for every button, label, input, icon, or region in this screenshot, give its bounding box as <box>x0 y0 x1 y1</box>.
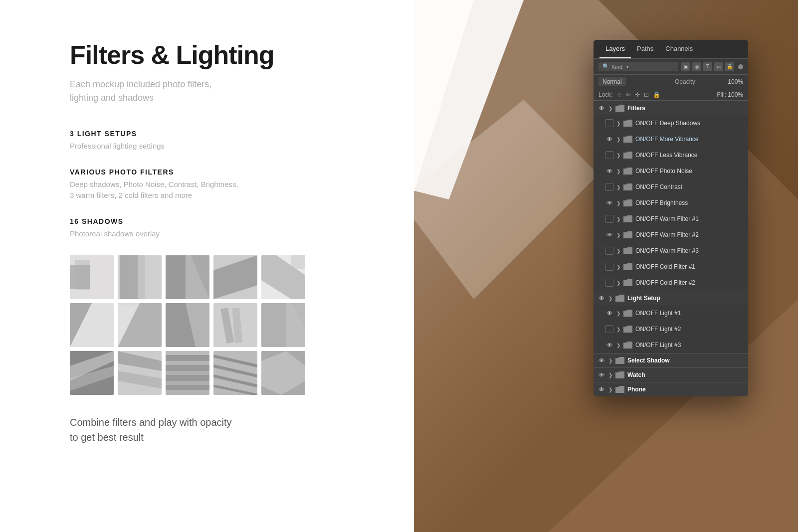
layer-name-less-vibrance: ON/OFF Less Vibrance <box>635 152 744 159</box>
shadow-thumb-13 <box>166 351 209 395</box>
blend-mode-dropdown[interactable]: Normal <box>598 77 626 86</box>
folder-light-3 <box>623 342 632 349</box>
checkbox-less-vibrance[interactable] <box>605 151 613 159</box>
checkbox-warm-1[interactable] <box>605 215 613 223</box>
eye-brightness[interactable]: 👁 <box>605 199 613 207</box>
main-title: Filters & Lighting <box>70 40 374 70</box>
layer-cold-1[interactable]: ❯ ON/OFF Cold Filter #1 <box>594 259 748 275</box>
feature-title-filters: VARIOUS PHOTO FILTERS <box>70 168 374 176</box>
layer-warm-3[interactable]: ❯ ON/OFF Warm Filter #3 <box>594 243 748 259</box>
svg-rect-42 <box>166 381 209 385</box>
chevron-less-vibrance: ❯ <box>616 153 620 158</box>
layer-brightness[interactable]: 👁 ❯ ON/OFF Brightness <box>594 195 748 211</box>
eye-light-setup[interactable]: 👁 <box>598 294 605 302</box>
layer-name-contrast: ON/OFF Contrast <box>635 183 744 190</box>
layer-light-1[interactable]: 👁 ❯ ON/OFF Light #1 <box>594 305 748 321</box>
lock-move-icon[interactable]: ⊹ <box>617 91 622 98</box>
lock-position-icon[interactable]: ✛ <box>635 91 640 98</box>
panel-tabs: Layers Paths Channels <box>594 40 748 59</box>
checkbox-light-2[interactable] <box>605 325 613 333</box>
chevron-phone: ❯ <box>608 387 612 392</box>
eye-warm-2[interactable]: 👁 <box>605 231 613 239</box>
tab-paths[interactable]: Paths <box>631 40 659 58</box>
chevron-contrast: ❯ <box>616 184 620 190</box>
shadow-thumb-14 <box>213 351 257 395</box>
checkbox-cold-1[interactable] <box>605 263 613 271</box>
layer-warm-1[interactable]: ❯ ON/OFF Warm Filter #1 <box>594 211 748 227</box>
folder-warm-3 <box>623 247 632 254</box>
group-select-shadow-header[interactable]: 👁 ❯ Select Shadow <box>594 353 748 367</box>
checkbox-contrast[interactable] <box>605 183 613 191</box>
svg-rect-23 <box>118 303 140 306</box>
eye-light-1[interactable]: 👁 <box>605 309 613 317</box>
feature-desc-filters: Deep shadows, Photo Noise, Contrast, Bri… <box>70 179 374 201</box>
shadow-thumb-12 <box>118 351 162 395</box>
filter-smart-icon[interactable]: 🔒 <box>725 62 734 71</box>
folder-light-setup <box>615 295 624 302</box>
layer-contrast[interactable]: ❯ ON/OFF Contrast <box>594 179 748 195</box>
layer-photo-noise[interactable]: 👁 ❯ ON/OFF Photo Noise <box>594 163 748 179</box>
eye-filters-icon[interactable]: 👁 <box>598 104 605 112</box>
checkbox-deep-shadows[interactable] <box>605 119 613 127</box>
shadow-thumb-9 <box>213 303 257 347</box>
layer-warm-2[interactable]: 👁 ❯ ON/OFF Warm Filter #2 <box>594 227 748 243</box>
layer-light-2[interactable]: ❯ ON/OFF Light #2 <box>594 321 748 337</box>
search-box[interactable]: 🔍 Kind ▾ <box>598 62 678 71</box>
opacity-value: 100% <box>728 78 743 85</box>
chevron-select-shadow: ❯ <box>608 358 612 363</box>
lock-artboard-icon[interactable]: ⊡ <box>644 91 649 98</box>
content-area: Filters & Lighting Each mockup included … <box>0 0 414 532</box>
group-watch-header[interactable]: 👁 ❯ Watch <box>594 367 748 382</box>
layer-deep-shadows[interactable]: ❯ ON/OFF Deep Shadows <box>594 115 748 131</box>
folder-less-vibrance <box>623 152 632 159</box>
checkbox-cold-2[interactable] <box>605 279 613 287</box>
lock-all-icon[interactable]: 🔒 <box>653 91 660 98</box>
shadow-thumb-7 <box>118 303 162 347</box>
filter-type-icon[interactable]: T <box>703 62 712 71</box>
layer-more-vibrance[interactable]: 👁 ❯ ON/OFF More Vibrance <box>594 131 748 147</box>
lock-brush-icon[interactable]: ✏ <box>626 91 631 98</box>
layer-less-vibrance[interactable]: ❯ ON/OFF Less Vibrance <box>594 147 748 163</box>
tab-layers[interactable]: Layers <box>599 40 631 58</box>
search-icon: 🔍 <box>602 63 609 70</box>
eye-more-vibrance[interactable]: 👁 <box>605 135 613 143</box>
filter-pixel-icon[interactable]: ▣ <box>681 62 690 71</box>
svg-rect-41 <box>166 371 209 375</box>
eye-light-3[interactable]: 👁 <box>605 341 613 349</box>
folder-select-shadow <box>615 357 624 364</box>
layers-list[interactable]: 👁 ❯ Filters ❯ ON/OFF Deep Shadows 👁 ❯ ON… <box>594 101 748 396</box>
eye-select-shadow[interactable]: 👁 <box>598 356 605 364</box>
svg-rect-18 <box>291 255 305 269</box>
group-phone-header[interactable]: 👁 ❯ Phone <box>594 382 748 396</box>
chevron-warm-3: ❯ <box>616 248 620 254</box>
group-light-setup-header[interactable]: 👁 ❯ Light Setup <box>594 291 748 305</box>
layer-name-warm-1: ON/OFF Warm Filter #1 <box>635 215 744 222</box>
eye-phone[interactable]: 👁 <box>598 385 605 393</box>
filter-adjust-icon[interactable]: ◎ <box>692 62 701 71</box>
eye-watch[interactable]: 👁 <box>598 371 605 379</box>
svg-rect-40 <box>166 361 209 365</box>
group-filters-header[interactable]: 👁 ❯ Filters <box>594 101 748 115</box>
group-filters-name: Filters <box>627 105 645 112</box>
layer-name-light-1: ON/OFF Light #1 <box>635 310 744 317</box>
shadows-grid <box>70 255 374 395</box>
filter-shape-icon[interactable]: ▭ <box>714 62 723 71</box>
feature-desc-light: Professional lighting settings <box>70 141 374 152</box>
svg-rect-7 <box>75 260 90 290</box>
combine-text: Combine filters and play with opacity to… <box>70 415 374 445</box>
shadow-thumb-8 <box>166 303 209 347</box>
eye-photo-noise[interactable]: 👁 <box>605 167 613 175</box>
layer-cold-2[interactable]: ❯ ON/OFF Cold Filter #2 <box>594 275 748 291</box>
folder-deep-shadows <box>623 120 632 127</box>
chevron-warm-2: ❯ <box>616 232 620 238</box>
folder-cold-1 <box>623 263 632 270</box>
shadow-thumb-10 <box>261 303 305 347</box>
folder-more-vibrance <box>623 136 632 143</box>
layer-light-3[interactable]: 👁 ❯ ON/OFF Light #3 <box>594 337 748 353</box>
chevron-light-1: ❯ <box>616 311 620 316</box>
chevron-light-3: ❯ <box>616 343 620 348</box>
feature-light-setups: 3 LIGHT SETUPS Professional lighting set… <box>70 130 374 152</box>
shadow-thumb-15 <box>261 351 305 395</box>
checkbox-warm-3[interactable] <box>605 247 613 255</box>
tab-channels[interactable]: Channels <box>659 40 699 58</box>
